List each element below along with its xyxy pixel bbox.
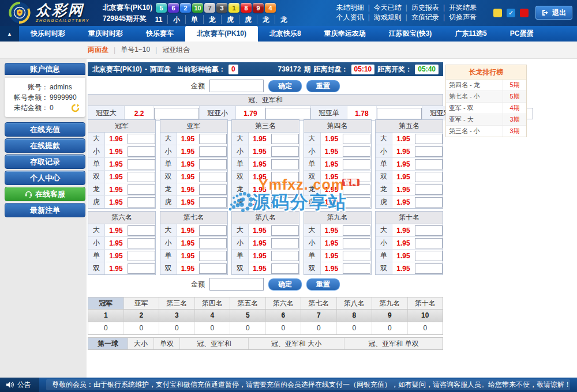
bet-amount-input[interactable]: [271, 251, 299, 261]
position-tab-8[interactable]: 第九名: [372, 297, 408, 309]
bet-amount-input[interactable]: [343, 184, 370, 195]
bet-type-tab-4[interactable]: 冠、亚军和 大小: [249, 338, 344, 349]
bet-amount-input[interactable]: [128, 263, 155, 274]
bet-amount-input[interactable]: [377, 108, 422, 119]
bet-amount-input[interactable]: [415, 172, 443, 182]
header-link-r1-1[interactable]: 今天已结: [374, 3, 402, 13]
bet-amount-input[interactable]: [199, 197, 227, 208]
bet-amount-input[interactable]: [199, 159, 227, 169]
reset-button[interactable]: 重置: [306, 278, 340, 291]
bet-amount-input[interactable]: [128, 184, 155, 195]
amount-input[interactable]: [209, 278, 264, 291]
bet-amount-input[interactable]: [271, 238, 299, 248]
nav-tab-2[interactable]: 快乐赛车: [134, 26, 185, 42]
refresh-balance-icon[interactable]: [71, 104, 80, 112]
bet-amount-input[interactable]: [415, 184, 443, 195]
bet-amount-input[interactable]: [199, 238, 227, 248]
bet-amount-input[interactable]: [128, 134, 155, 144]
bet-amount-input[interactable]: [415, 159, 443, 169]
nav-tab-5[interactable]: 重庆幸运农场: [313, 26, 377, 42]
bet-amount-input[interactable]: [271, 146, 299, 157]
sidebar-button-3[interactable]: 个人中心: [5, 171, 85, 185]
bet-amount-input[interactable]: [128, 238, 155, 248]
bet-amount-input[interactable]: [343, 172, 370, 182]
bet-amount-input[interactable]: [128, 251, 155, 261]
bet-amount-input[interactable]: [343, 159, 370, 169]
nav-tab-7[interactable]: 广东11选5: [443, 26, 498, 42]
position-tab-7[interactable]: 第八名: [337, 297, 373, 309]
subnav-item-0[interactable]: 两面盘: [88, 45, 108, 55]
sidebar-button-5[interactable]: 最新注单: [5, 203, 85, 217]
bet-amount-input[interactable]: [199, 184, 227, 195]
sound-toggle-icon[interactable]: [493, 9, 502, 17]
bet-amount-input[interactable]: [128, 146, 155, 157]
bet-amount-input[interactable]: [343, 251, 370, 261]
bet-amount-input[interactable]: [154, 108, 199, 119]
bet-amount-input[interactable]: [415, 134, 443, 144]
amount-input[interactable]: [209, 80, 264, 92]
nav-home-button[interactable]: ▲: [0, 26, 19, 42]
bet-amount-input[interactable]: [199, 172, 227, 182]
sidebar-button-1[interactable]: 在线提款: [5, 138, 85, 153]
bet-amount-input[interactable]: [343, 146, 370, 157]
bet-amount-input[interactable]: [343, 238, 370, 248]
reset-button[interactable]: 重置: [306, 80, 340, 92]
bet-type-tab-0[interactable]: 第一球: [88, 338, 128, 349]
confirm-button[interactable]: 确定: [268, 80, 302, 92]
nav-tab-4[interactable]: 北京快乐8: [258, 26, 313, 42]
bet-amount-input[interactable]: [271, 225, 299, 236]
bet-amount-input[interactable]: [271, 197, 299, 208]
bet-amount-input[interactable]: [271, 172, 299, 182]
nav-tab-1[interactable]: 重庆时时彩: [77, 26, 134, 42]
position-tab-3[interactable]: 第四名: [195, 297, 231, 309]
bet-type-tab-3[interactable]: 冠、亚军和: [180, 338, 249, 349]
nav-tab-6[interactable]: 江苏骰宝(快3): [377, 26, 444, 42]
bet-amount-input[interactable]: [199, 263, 227, 274]
header-link-r2-3[interactable]: 切换声音: [449, 13, 477, 22]
bet-type-tab-2[interactable]: 单双: [154, 338, 180, 349]
sidebar-button-2[interactable]: 存取记录: [5, 154, 85, 169]
position-tab-1[interactable]: 亚军: [124, 297, 160, 309]
bet-amount-input[interactable]: [343, 225, 370, 236]
subnav-item-2[interactable]: 冠亚组合: [162, 45, 190, 55]
header-link-r2-0[interactable]: 个人资讯: [336, 13, 364, 22]
position-tab-5[interactable]: 第六名: [266, 297, 302, 309]
position-tab-4[interactable]: 第五名: [230, 297, 266, 309]
bet-amount-input[interactable]: [415, 263, 443, 274]
position-tab-6[interactable]: 第七名: [301, 297, 337, 309]
header-link-r1-2[interactable]: 历史报表: [411, 3, 439, 13]
position-tab-2[interactable]: 第三名: [159, 297, 195, 309]
nav-tab-0[interactable]: 快乐时时彩: [19, 26, 77, 42]
checkbox-icon[interactable]: ✓: [507, 9, 515, 17]
bet-amount-input[interactable]: [415, 251, 443, 261]
bet-amount-input[interactable]: [415, 146, 443, 157]
bet-amount-input[interactable]: [128, 172, 155, 182]
bet-amount-input[interactable]: [343, 134, 370, 144]
logout-button[interactable]: 退出: [535, 6, 572, 20]
sidebar-button-4[interactable]: 在线客服: [5, 187, 85, 201]
header-link-r1-0[interactable]: 未结明细: [336, 3, 364, 13]
bet-amount-input[interactable]: [343, 197, 370, 208]
bet-amount-input[interactable]: [271, 263, 299, 274]
bet-amount-input[interactable]: [271, 134, 299, 144]
bet-type-tab-5[interactable]: 冠、亚军和 单双: [344, 338, 443, 349]
bet-amount-input[interactable]: [271, 184, 299, 195]
bet-amount-input[interactable]: [128, 197, 155, 208]
bet-amount-input[interactable]: [128, 225, 155, 236]
header-link-r2-1[interactable]: 游戏规则: [374, 13, 402, 22]
bet-amount-input[interactable]: [128, 159, 155, 169]
bet-amount-input[interactable]: [415, 197, 443, 208]
position-tab-9[interactable]: 第十名: [408, 297, 443, 309]
subnav-item-1[interactable]: 单号1~10: [121, 45, 150, 55]
stop-toggle-icon[interactable]: [520, 9, 529, 17]
bet-amount-input[interactable]: [199, 225, 227, 236]
sidebar-button-0[interactable]: 在线充值: [5, 122, 85, 137]
header-link-r2-2[interactable]: 充值记录: [411, 13, 439, 22]
bet-amount-input[interactable]: [271, 159, 299, 169]
bet-amount-input[interactable]: [415, 225, 443, 236]
bet-amount-input[interactable]: [265, 108, 310, 119]
header-link-r1-3[interactable]: 开奖结果: [449, 3, 477, 13]
bet-type-tab-1[interactable]: 大小: [128, 338, 154, 349]
nav-tab-8[interactable]: PC蛋蛋: [499, 26, 545, 42]
confirm-button[interactable]: 确定: [268, 278, 302, 291]
